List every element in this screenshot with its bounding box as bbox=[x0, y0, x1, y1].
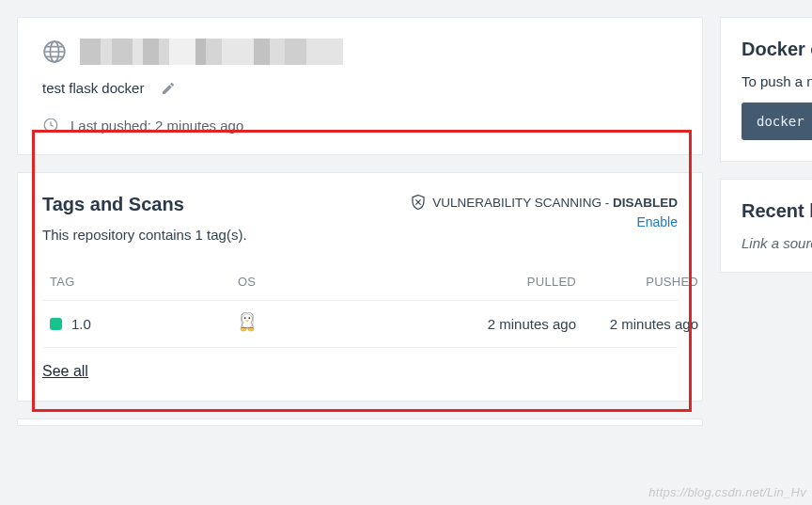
svg-point-5 bbox=[248, 317, 250, 319]
svg-point-4 bbox=[244, 317, 246, 319]
repo-description: test flask docker bbox=[42, 80, 144, 96]
tags-card: Tags and Scans This repository contains … bbox=[17, 172, 703, 402]
col-header-pushed: PUSHED bbox=[576, 275, 698, 289]
repo-name-redacted bbox=[80, 39, 343, 65]
tag-name: 1.0 bbox=[71, 316, 91, 332]
repo-header-card: test flask docker Last pushed: 2 minutes… bbox=[17, 17, 703, 155]
last-pushed-text: Last pushed: 2 minutes ago bbox=[70, 118, 243, 134]
docker-commands-card: Docker commands To push a new tag to thi… bbox=[720, 17, 812, 162]
docker-commands-text: To push a new tag to this repository, bbox=[742, 73, 812, 89]
tag-status-dot bbox=[50, 318, 62, 330]
clock-icon bbox=[42, 117, 59, 134]
linux-icon bbox=[238, 312, 257, 333]
col-header-pulled: PULLED bbox=[416, 275, 576, 289]
tags-title: Tags and Scans bbox=[42, 194, 247, 215]
docker-commands-title: Docker commands bbox=[742, 39, 812, 60]
table-row[interactable]: 1.0 2 minutes ago bbox=[42, 301, 678, 348]
globe-icon bbox=[42, 39, 67, 64]
col-header-tag: TAG bbox=[50, 275, 238, 289]
recent-builds-card: Recent builds Link a source provider bbox=[720, 179, 812, 273]
watermark: https://blog.csdn.net/Lin_Hv bbox=[648, 485, 806, 499]
enable-scan-link[interactable]: Enable bbox=[410, 214, 678, 229]
edit-icon[interactable] bbox=[161, 81, 176, 96]
see-all-link[interactable]: See all bbox=[42, 363, 88, 380]
tags-table-header: TAG OS PULLED PUSHED bbox=[42, 263, 678, 301]
pushed-cell: 2 minutes ago bbox=[576, 316, 698, 332]
vuln-scan-status: VULNERABILITY SCANNING - DISABLED bbox=[410, 194, 678, 211]
tags-subtitle: This repository contains 1 tag(s). bbox=[42, 227, 247, 243]
shield-icon bbox=[410, 194, 427, 211]
next-card-stub bbox=[17, 418, 703, 426]
docker-push-command[interactable]: docker push bbox=[742, 103, 812, 140]
pulled-cell: 2 minutes ago bbox=[416, 316, 576, 332]
col-header-os: OS bbox=[238, 275, 416, 289]
os-cell bbox=[238, 312, 416, 336]
recent-builds-title: Recent builds bbox=[742, 200, 812, 222]
recent-builds-text[interactable]: Link a source provider bbox=[742, 235, 812, 251]
